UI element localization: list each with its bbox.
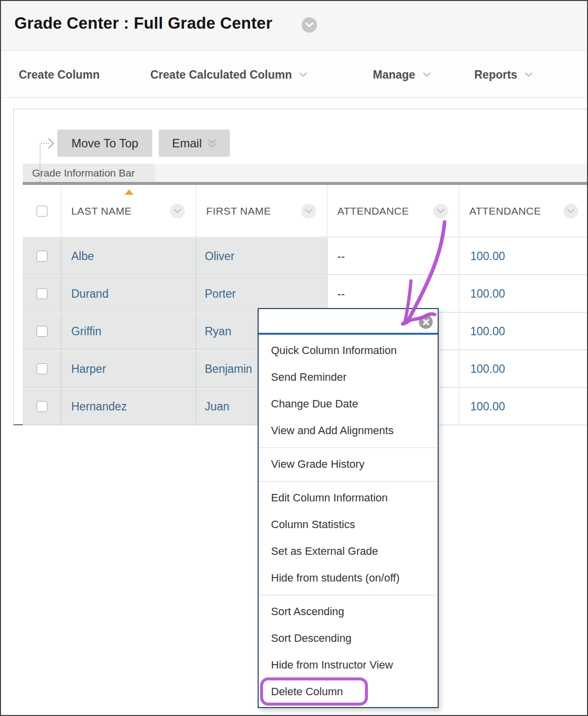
menu-item-edit-column-information[interactable]: Edit Column Information xyxy=(259,485,438,511)
row-select-cell xyxy=(23,275,61,312)
delete-column-label: Delete Column xyxy=(271,685,343,698)
attendance2-cell[interactable]: 100.00 xyxy=(459,388,588,425)
student-link[interactable]: Benjamin xyxy=(205,351,252,387)
move-to-top-button[interactable]: Move To Top xyxy=(57,130,152,157)
attendance2-cell[interactable]: 100.00 xyxy=(459,275,588,312)
grid-header-row: LAST NAME FIRST NAME ATTENDANCE xyxy=(23,185,588,237)
menu-item-set-as-external-grade[interactable]: Set as External Grade xyxy=(259,538,438,565)
student-link[interactable]: Durand xyxy=(71,275,108,312)
attendance2-header-label: ATTENDANCE xyxy=(469,185,541,237)
page-header: Grade Center : Full Grade Center xyxy=(1,1,587,51)
grade-value: 100.00 xyxy=(470,351,505,387)
row-checkbox[interactable] xyxy=(37,288,47,299)
row-checkbox[interactable] xyxy=(37,401,47,412)
attendance-header-label: ATTENDANCE xyxy=(337,185,409,237)
column-menu-chevron-icon[interactable] xyxy=(301,204,316,219)
menu-divider xyxy=(259,595,438,595)
student-link[interactable]: Oliver xyxy=(205,238,234,274)
grade-value: 100.00 xyxy=(470,238,505,274)
student-link[interactable]: Griffin xyxy=(71,313,101,350)
column-menu-chevron-icon[interactable] xyxy=(563,204,578,219)
page-title: Grade Center : Full Grade Center xyxy=(14,14,272,33)
attendance2-cell[interactable]: 100.00 xyxy=(459,313,588,350)
select-all-checkbox[interactable] xyxy=(37,206,47,217)
close-icon xyxy=(423,319,429,325)
last-name-cell: Harper xyxy=(61,351,196,387)
menu-item-hide-from-students[interactable]: Hide from students (on/off) xyxy=(259,565,438,591)
student-link[interactable]: Juan xyxy=(205,388,229,425)
student-link[interactable]: Harper xyxy=(71,351,106,387)
menu-item-view-and-add-alignments[interactable]: View and Add Alignments xyxy=(259,417,438,444)
menu-item-view-grade-history[interactable]: View Grade History xyxy=(259,451,438,478)
attendance2-cell[interactable]: 100.00 xyxy=(459,238,588,274)
last-name-header-label: LAST NAME xyxy=(71,185,132,237)
action-bar: Create Column Create Calculated Column M… xyxy=(1,51,587,98)
last-name-cell: Albe xyxy=(61,238,196,274)
attendance-header: ATTENDANCE xyxy=(327,185,459,237)
grade-value: 100.00 xyxy=(470,275,505,312)
attendance-cell[interactable]: -- xyxy=(327,238,459,274)
create-calculated-column-label: Create Calculated Column xyxy=(150,68,292,82)
first-name-cell: Porter xyxy=(196,275,327,312)
student-link[interactable]: Ryan xyxy=(205,313,231,350)
last-name-cell: Durand xyxy=(61,275,196,312)
first-name-cell: Oliver xyxy=(196,238,327,274)
table-row: Durand Porter -- 100.00 xyxy=(23,275,588,313)
menu-divider xyxy=(259,448,438,448)
context-menu-list: Quick Column Information Send Reminder C… xyxy=(259,335,438,705)
student-link[interactable]: Albe xyxy=(71,238,94,274)
row-select-cell xyxy=(23,313,61,350)
menu-item-quick-column-information[interactable]: Quick Column Information xyxy=(259,337,438,364)
dotted-elbow-arrow-icon xyxy=(36,136,59,185)
grade-value: -- xyxy=(337,238,345,274)
chevron-down-icon xyxy=(299,72,307,77)
reports-label: Reports xyxy=(474,68,517,82)
row-select-cell xyxy=(23,351,61,387)
menu-item-sort-ascending[interactable]: Sort Ascending xyxy=(259,598,438,625)
last-name-header: LAST NAME xyxy=(61,185,196,237)
close-button[interactable] xyxy=(419,315,433,329)
last-name-cell: Hernandez xyxy=(61,388,196,425)
attendance2-cell[interactable]: 100.00 xyxy=(459,351,588,387)
menu-item-hide-from-instructor-view[interactable]: Hide from Instructor View xyxy=(259,652,438,678)
row-checkbox[interactable] xyxy=(37,326,47,337)
chevron-down-icon xyxy=(423,72,431,77)
move-to-top-label: Move To Top xyxy=(71,136,138,150)
menu-item-change-due-date[interactable]: Change Due Date xyxy=(259,391,438,417)
row-select-cell xyxy=(23,388,61,425)
chevron-down-icon[interactable] xyxy=(302,17,317,33)
row-checkbox[interactable] xyxy=(37,363,47,374)
grade-center-screen: Grade Center : Full Grade Center Create … xyxy=(0,0,588,716)
column-context-menu: Quick Column Information Send Reminder C… xyxy=(258,308,439,708)
create-calculated-column-button[interactable]: Create Calculated Column xyxy=(150,51,307,98)
student-link[interactable]: Porter xyxy=(205,275,236,312)
reports-button[interactable]: Reports xyxy=(474,51,533,98)
double-chevron-down-icon xyxy=(207,138,217,149)
create-column-label: Create Column xyxy=(19,68,100,82)
grade-value: 100.00 xyxy=(470,313,505,350)
column-menu-chevron-icon[interactable] xyxy=(433,204,448,219)
grade-value: 100.00 xyxy=(470,388,505,425)
chevron-down-icon xyxy=(525,72,533,77)
attendance-cell[interactable]: -- xyxy=(327,275,459,312)
first-name-header: FIRST NAME xyxy=(196,185,327,237)
menu-item-send-reminder[interactable]: Send Reminder xyxy=(259,364,438,391)
email-button[interactable]: Email xyxy=(159,130,230,157)
attendance2-header: ATTENDANCE xyxy=(459,185,588,237)
grade-info-strip: Grade Information Bar xyxy=(23,164,588,182)
menu-item-column-statistics[interactable]: Column Statistics xyxy=(259,511,438,538)
grade-value: -- xyxy=(337,275,345,312)
email-label: Email xyxy=(172,136,202,150)
select-all-cell xyxy=(23,185,61,237)
table-row: Albe Oliver -- 100.00 xyxy=(23,238,588,275)
menu-item-delete-column[interactable]: Delete Column xyxy=(259,678,438,705)
student-link[interactable]: Hernandez xyxy=(71,388,127,425)
manage-button[interactable]: Manage xyxy=(373,51,431,98)
row-checkbox[interactable] xyxy=(37,251,47,262)
context-menu-header xyxy=(259,309,438,335)
row-select-cell xyxy=(23,238,61,274)
last-name-cell: Griffin xyxy=(61,313,196,350)
create-column-button[interactable]: Create Column xyxy=(19,51,100,98)
column-menu-chevron-icon[interactable] xyxy=(170,204,185,219)
menu-item-sort-descending[interactable]: Sort Descending xyxy=(259,625,438,652)
